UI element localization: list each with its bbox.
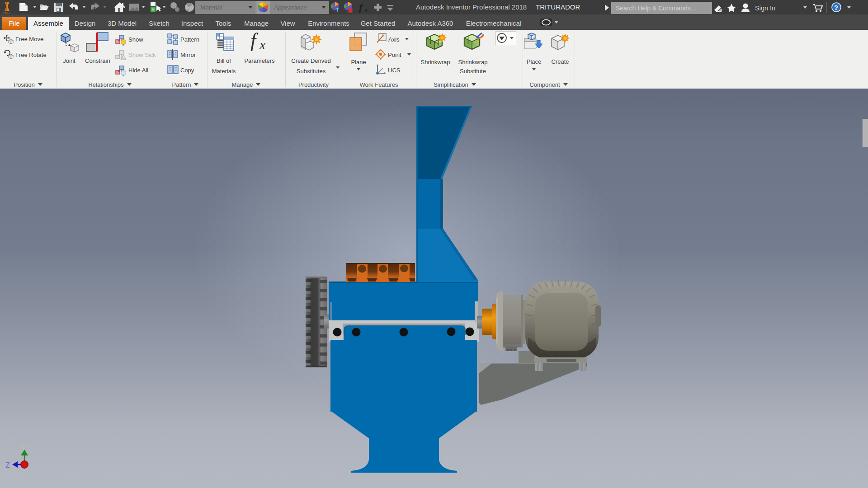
svg-text:Z: Z — [5, 461, 10, 469]
svg-text:Autodesk Inventor Professional: Autodesk Inventor Professional 2018 — [416, 3, 527, 11]
svg-text:Appearance: Appearance — [274, 4, 307, 11]
svg-text:Sign In: Sign In — [755, 5, 775, 12]
svg-text:x: x — [364, 6, 368, 14]
svg-text:Search Help & Commands...: Search Help & Commands... — [616, 5, 696, 12]
svg-text:f: f — [359, 2, 363, 13]
svg-text:Material: Material — [200, 4, 222, 11]
svg-text:PRO: PRO — [3, 11, 9, 14]
svg-text:Y: Y — [21, 443, 26, 450]
svg-text:?: ? — [834, 4, 838, 11]
svg-text:TRITURADOR: TRITURADOR — [536, 3, 580, 11]
